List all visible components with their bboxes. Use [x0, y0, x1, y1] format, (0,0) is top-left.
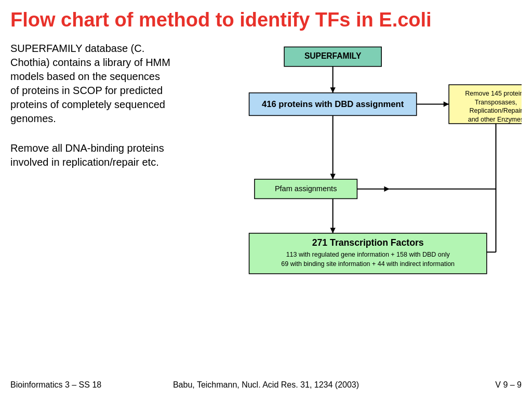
svg-text:and other Enzymes: and other Enzymes [468, 116, 522, 123]
svg-text:Pfam assignments: Pfam assignments [275, 184, 337, 193]
footer-left: Bioinformatics 3 – SS 18 [10, 380, 101, 390]
svg-marker-14 [330, 174, 335, 179]
svg-marker-3 [330, 87, 335, 92]
flowchart-diagram: SUPERFAMILY 416 proteins with DBD assign… [182, 42, 522, 317]
svg-marker-24 [330, 228, 335, 233]
footer-right: V 9 – 9 [495, 380, 522, 390]
page-title: Flow chart of method to identify TFs in … [0, 0, 532, 36]
svg-text:69 with binding site informati: 69 with binding site information + 44 wi… [281, 260, 455, 268]
svg-text:Transposases,: Transposases, [475, 98, 517, 105]
paragraph-1: SUPERFAMILY database (C. Chothia) contai… [10, 42, 171, 126]
svg-marker-18 [384, 186, 389, 191]
svg-text:416 proteins with DBD assignme: 416 proteins with DBD assignment [262, 99, 404, 109]
left-text-block: SUPERFAMILY database (C. Chothia) contai… [10, 42, 171, 317]
citation: Babu, Teichmann, Nucl. Acid Res. 31, 123… [173, 380, 359, 390]
svg-text:113 with regulated gene inform: 113 with regulated gene information + 15… [286, 250, 450, 258]
svg-text:Replication/Repair: Replication/Repair [470, 107, 522, 114]
footer: Bioinformatics 3 – SS 18 Babu, Teichmann… [0, 380, 532, 390]
svg-text:271 Transcription Factors: 271 Transcription Factors [312, 237, 424, 248]
svg-text:SUPERFAMILY: SUPERFAMILY [304, 51, 362, 60]
paragraph-2: Remove all DNA-binding proteins involved… [10, 141, 171, 169]
svg-text:Remove 145 proteins: Remove 145 proteins [465, 90, 522, 97]
svg-marker-7 [444, 101, 449, 107]
